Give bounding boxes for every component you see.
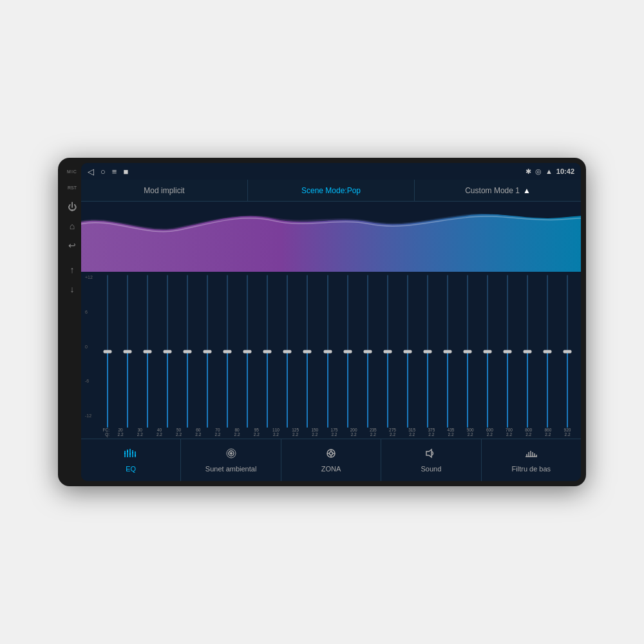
- slider-col-5[interactable]: [198, 275, 217, 428]
- svg-rect-1: [124, 453, 126, 454]
- slider-thumb-7[interactable]: [243, 350, 252, 353]
- fcq-col-15: 3152.2: [402, 428, 422, 437]
- fcq-col-3: 502.2: [169, 428, 189, 437]
- slider-thumb-9[interactable]: [283, 350, 292, 353]
- slider-thumb-19[interactable]: [483, 350, 491, 353]
- device: MIC RST ⏻ ⌂ ↩ ↑ ↓ ◁ ○ ≡ ■ ✱ ◎ ▲ 10:42: [58, 158, 586, 486]
- slider-col-14[interactable]: [378, 275, 397, 428]
- fcq-col-13: 2352.2: [363, 428, 383, 437]
- slider-thumb-22[interactable]: [544, 350, 552, 353]
- slider-col-1[interactable]: [118, 275, 137, 428]
- rst-label: RST: [65, 180, 79, 194]
- fcq-col-6: 802.2: [227, 428, 247, 437]
- fc-label-16: 375: [422, 428, 441, 432]
- fcq-col-2: 402.2: [149, 428, 169, 437]
- mode-custom[interactable]: Custom Mode 1 ▲: [415, 180, 581, 201]
- fcq-col-1: 302.2: [130, 428, 149, 437]
- slider-col-19[interactable]: [478, 275, 497, 428]
- slider-col-12[interactable]: [338, 275, 357, 428]
- db-minus6: -6: [85, 379, 93, 383]
- fcq-col-10: 1502.2: [305, 428, 325, 437]
- slider-col-15[interactable]: [398, 275, 417, 428]
- eq-visualization: [81, 202, 581, 272]
- slider-col-2[interactable]: [138, 275, 157, 428]
- slider-col-7[interactable]: [238, 275, 257, 428]
- slider-col-20[interactable]: [498, 275, 517, 428]
- vol-up-button[interactable]: ↑: [65, 263, 79, 277]
- slider-col-18[interactable]: [458, 275, 477, 428]
- fcq-col-16: 3752.2: [422, 428, 441, 437]
- slider-thumb-15[interactable]: [403, 350, 412, 353]
- back-nav-icon[interactable]: ◁: [88, 167, 94, 176]
- fc-label-13: 235: [363, 428, 383, 432]
- fcq-col-20: 7002.2: [499, 428, 518, 437]
- slider-thumb-20[interactable]: [503, 350, 511, 353]
- slider-col-23[interactable]: [558, 275, 577, 428]
- slider-col-10[interactable]: [298, 275, 317, 428]
- slider-thumb-18[interactable]: [463, 350, 471, 353]
- slider-thumb-6[interactable]: [223, 350, 232, 353]
- nav-ambient[interactable]: Sunet ambiental: [181, 439, 281, 481]
- slider-col-22[interactable]: [538, 275, 557, 428]
- slider-col-3[interactable]: [158, 275, 177, 428]
- bluetooth-icon: ✱: [526, 167, 531, 176]
- slider-thumb-23[interactable]: [564, 350, 572, 353]
- slider-col-13[interactable]: [358, 275, 377, 428]
- fcq-col-19: 6002.2: [480, 428, 499, 437]
- back-button[interactable]: ↩: [65, 238, 79, 252]
- nav-zona[interactable]: ZONA: [281, 439, 381, 481]
- slider-thumb-11[interactable]: [323, 350, 332, 353]
- slider-thumb-2[interactable]: [144, 350, 152, 353]
- slider-thumb-10[interactable]: [303, 350, 312, 353]
- q-label-16: 2.2: [422, 432, 441, 437]
- slider-thumb-17[interactable]: [443, 350, 451, 353]
- vol-down-button[interactable]: ↓: [65, 282, 79, 296]
- fcq-col-14: 2752.2: [383, 428, 402, 437]
- slider-thumb-16[interactable]: [423, 350, 431, 353]
- slider-col-9[interactable]: [278, 275, 297, 428]
- slider-thumb-1[interactable]: [124, 350, 132, 353]
- slider-col-21[interactable]: [518, 275, 537, 428]
- nav-buttons: ◁ ○ ≡ ■: [88, 167, 128, 176]
- nav-bass[interactable]: Filtru de bas: [482, 439, 581, 481]
- slider-col-4[interactable]: [178, 275, 197, 428]
- slider-thumb-3[interactable]: [164, 350, 172, 353]
- slider-col-8[interactable]: [258, 275, 277, 428]
- eq-icon: [124, 448, 138, 462]
- ambient-icon: [224, 448, 238, 462]
- slider-thumb-8[interactable]: [263, 350, 272, 353]
- power-button[interactable]: ⏻: [65, 200, 79, 214]
- slider-thumb-0[interactable]: [104, 350, 112, 353]
- slider-col-0[interactable]: [98, 275, 117, 428]
- slider-thumb-5[interactable]: [204, 350, 212, 353]
- svg-rect-5: [129, 453, 131, 455]
- mode-scene[interactable]: Scene Mode:Pop: [248, 180, 415, 201]
- q-label-8: 2.2: [266, 432, 285, 437]
- fcq-col-18: 5002.2: [460, 428, 480, 437]
- slider-col-6[interactable]: [218, 275, 237, 428]
- slider-col-17[interactable]: [438, 275, 457, 428]
- slider-thumb-14[interactable]: [383, 350, 392, 353]
- home-button[interactable]: ⌂: [65, 219, 79, 233]
- nav-sound[interactable]: Sound: [381, 439, 481, 481]
- slider-thumb-12[interactable]: [343, 350, 352, 353]
- fcq-col-9: 1252.2: [286, 428, 305, 437]
- mode-default-label: Mod implicit: [144, 186, 184, 195]
- fc-label-5: 70: [208, 428, 227, 432]
- fc-label-18: 500: [460, 428, 480, 432]
- menu-nav-icon[interactable]: ≡: [112, 167, 117, 176]
- fc-label-0: 20: [111, 428, 130, 432]
- slider-col-16[interactable]: [418, 275, 437, 428]
- slider-thumb-4[interactable]: [184, 350, 192, 353]
- recent-nav-icon[interactable]: ■: [123, 167, 128, 176]
- home-nav-icon[interactable]: ○: [100, 167, 106, 176]
- nav-eq[interactable]: EQ: [81, 439, 181, 481]
- location-icon: ◎: [535, 167, 542, 176]
- slider-col-11[interactable]: [318, 275, 337, 428]
- fcq-col-23: 9202.2: [558, 428, 577, 437]
- main-screen: ◁ ○ ≡ ■ ✱ ◎ ▲ 10:42 Mod implicit Scene M…: [81, 163, 581, 481]
- mode-default[interactable]: Mod implicit: [81, 180, 248, 201]
- slider-thumb-13[interactable]: [363, 350, 372, 353]
- slider-thumb-21[interactable]: [524, 350, 532, 353]
- q-label-1: 2.2: [130, 432, 149, 437]
